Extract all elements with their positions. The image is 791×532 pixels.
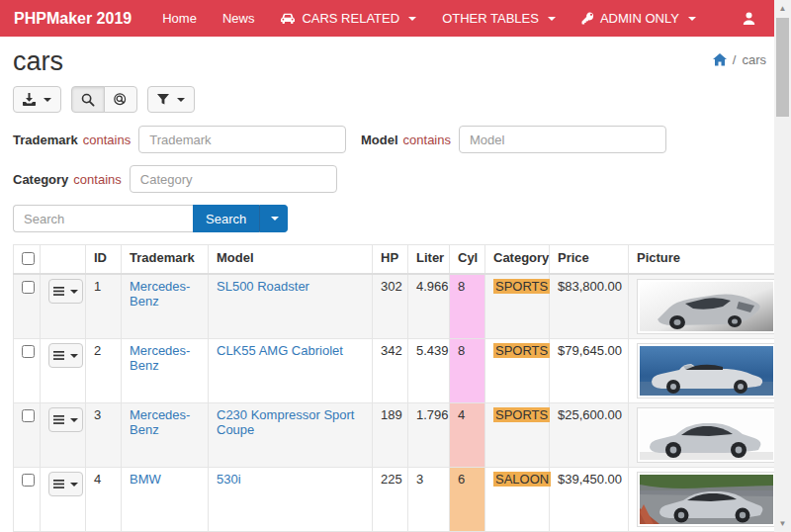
cell-id: 4	[86, 468, 122, 532]
basic-search: Search	[13, 205, 778, 232]
highlight-search-button[interactable]	[104, 86, 137, 113]
header-model: Model	[209, 245, 373, 275]
cell-hp: 225	[373, 468, 408, 532]
cell-price: $25,600.00	[550, 403, 629, 468]
cell-category: SALOON	[485, 468, 550, 532]
search-options-button[interactable]	[259, 205, 288, 232]
header-picture: Picture	[629, 245, 777, 275]
nav-item-news[interactable]: News	[211, 5, 267, 32]
scroll-down-arrow[interactable]: ▼	[774, 515, 791, 532]
row-checkbox[interactable]	[22, 409, 35, 422]
model-link[interactable]: CLK55 AMG Cabriolet	[217, 343, 343, 358]
trademark-link[interactable]: Mercedes-Benz	[130, 407, 190, 437]
export-button[interactable]	[13, 86, 61, 113]
chevron-down-icon	[688, 17, 696, 21]
filter-trademark: Trademark contains	[13, 126, 361, 153]
category-highlight: SPORTS	[493, 343, 550, 358]
nav-item-other-tables[interactable]: OTHER TABLES	[430, 5, 568, 32]
chevron-down-icon	[70, 418, 78, 422]
cell-hp: 302	[373, 274, 408, 339]
row-checkbox[interactable]	[22, 281, 35, 294]
header-trademark: Trademark	[122, 245, 209, 275]
car-photo	[637, 472, 776, 527]
filter-trademark-label: Trademark	[13, 133, 78, 147]
list-menu-icon	[53, 287, 64, 296]
trademark-link[interactable]: Mercedes-Benz	[130, 279, 190, 309]
cell-price: $83,800.00	[550, 274, 629, 339]
header-options	[41, 245, 86, 275]
row-options-button[interactable]	[48, 472, 83, 496]
row-options-button[interactable]	[48, 279, 83, 304]
table-row: 1 Mercedes-Benz SL500 Roadster 302 4.966…	[14, 274, 777, 339]
nav-item-cars-related[interactable]: CARS RELATED	[268, 5, 428, 32]
cell-cyl: 8	[450, 274, 485, 339]
page: PHPMaker 2019 Home News CARS RELATED OTH…	[0, 0, 791, 532]
filter-model-label: Model	[361, 133, 398, 147]
chevron-down-icon	[177, 98, 185, 102]
cars-table: ID Trademark Model HP Liter Cyl Category…	[13, 244, 777, 532]
cell-id: 3	[86, 403, 122, 468]
row-options-button[interactable]	[48, 343, 83, 368]
model-link[interactable]: SL500 Roadster	[217, 279, 309, 294]
home-icon[interactable]	[713, 53, 727, 66]
cell-hp: 342	[373, 339, 408, 403]
list-toolbar	[13, 86, 778, 113]
filter-button[interactable]	[147, 86, 195, 113]
category-highlight: SPORTS	[493, 279, 550, 294]
cell-cyl: 4	[450, 403, 485, 468]
cell-category: SPORTS	[485, 339, 550, 403]
top-navbar: PHPMaker 2019 Home News CARS RELATED OTH…	[0, 0, 791, 37]
filter-model: Model contains	[361, 126, 666, 153]
row-checkbox[interactable]	[22, 474, 35, 487]
cell-picture	[629, 339, 777, 403]
filter-category-operator: contains	[73, 172, 121, 187]
cell-price: $39,450.00	[550, 468, 629, 532]
list-menu-icon	[53, 415, 64, 424]
nav-item-home[interactable]: Home	[150, 5, 209, 32]
search-input[interactable]	[13, 205, 193, 232]
filter-model-input[interactable]	[459, 126, 666, 153]
category-highlight: SALOON	[493, 472, 551, 487]
quick-search-button[interactable]	[71, 86, 105, 113]
model-link[interactable]: C230 Kompressor Sport Coupe	[217, 407, 354, 437]
cell-picture	[629, 274, 777, 339]
table-header-row: ID Trademark Model HP Liter Cyl Category…	[14, 245, 777, 275]
select-all-checkbox[interactable]	[22, 252, 35, 265]
header-cyl: Cyl	[450, 245, 485, 275]
table-row: 2 Mercedes-Benz CLK55 AMG Cabriolet 342 …	[14, 339, 777, 403]
car-photo	[637, 279, 776, 334]
cell-liter: 1.796	[408, 403, 450, 468]
vertical-scrollbar[interactable]: ▲ ▼	[774, 0, 791, 532]
trademark-link[interactable]: BMW	[130, 472, 161, 487]
list-menu-icon	[53, 480, 64, 488]
user-menu-button[interactable]	[731, 6, 767, 32]
filter-category-label: Category	[13, 172, 68, 187]
user-icon	[743, 12, 755, 26]
scroll-up-arrow[interactable]: ▲	[774, 0, 791, 17]
scrollbar-thumb[interactable]	[776, 18, 789, 117]
filter-category-input[interactable]	[130, 165, 337, 193]
table-row: 3 Mercedes-Benz C230 Kompressor Sport Co…	[14, 403, 777, 468]
search-plus-icon	[114, 93, 128, 107]
brand-link[interactable]: PHPMaker 2019	[14, 10, 132, 28]
breadcrumb-current: cars	[742, 52, 766, 67]
nav-item-admin-only[interactable]: ADMIN ONLY	[570, 5, 708, 32]
header-liter: Liter	[408, 245, 450, 275]
chevron-down-icon	[70, 354, 78, 358]
search-button[interactable]: Search	[193, 205, 259, 232]
category-highlight: SPORTS	[493, 407, 550, 422]
cell-liter: 4.966	[408, 274, 450, 339]
cell-liter: 3	[408, 468, 450, 532]
filter-icon	[157, 94, 169, 106]
chevron-down-icon	[70, 483, 78, 487]
row-checkbox[interactable]	[22, 345, 35, 358]
row-options-button[interactable]	[48, 407, 83, 432]
table-row: 4 BMW 530i 225 3 6 SALOON $39,450.00	[14, 468, 777, 532]
filter-trademark-input[interactable]	[138, 126, 346, 153]
car-icon	[280, 13, 296, 25]
header-price: Price	[550, 245, 629, 275]
cell-cyl: 8	[450, 339, 485, 403]
trademark-link[interactable]: Mercedes-Benz	[130, 343, 190, 373]
model-link[interactable]: 530i	[217, 472, 241, 487]
cell-category: SPORTS	[485, 274, 550, 339]
